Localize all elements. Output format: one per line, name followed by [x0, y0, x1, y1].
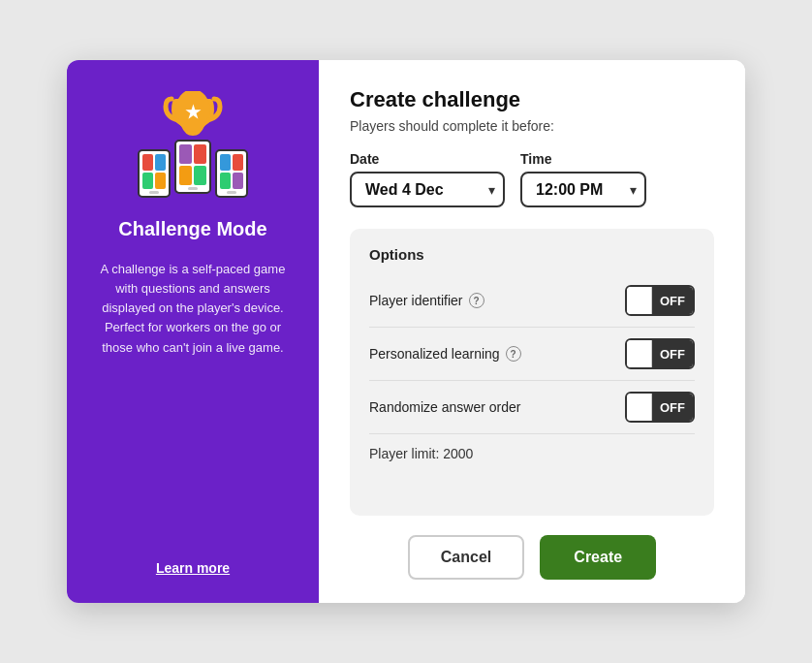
player-identifier-toggle[interactable]: OFF: [625, 285, 695, 316]
create-button[interactable]: Create: [540, 535, 656, 580]
personalized-learning-toggle[interactable]: OFF: [625, 338, 695, 369]
options-section: Options Player identifier ? OFF Personal…: [350, 229, 714, 516]
phone-left: [138, 149, 171, 198]
illustration: ★: [130, 91, 256, 198]
randomize-answer-label: Randomize answer order: [369, 399, 520, 415]
challenge-mode-title: Challenge Mode: [118, 217, 266, 240]
toggle-thumb: [627, 287, 652, 314]
learn-more-button[interactable]: Learn more: [156, 560, 230, 576]
left-content: ★: [90, 91, 296, 358]
date-field-group: Date Wed 4 Dec Thu 5 Dec Fri 6 Dec Sat 7…: [350, 151, 505, 207]
toggle-thumb: [627, 394, 652, 421]
svg-text:★: ★: [185, 103, 202, 122]
personalized-learning-help-icon[interactable]: ?: [506, 346, 521, 362]
player-identifier-label: Player identifier ?: [369, 293, 484, 308]
date-select-wrapper: Wed 4 Dec Thu 5 Dec Fri 6 Dec Sat 7 Dec …: [350, 172, 505, 207]
phones-illustration: [138, 143, 248, 198]
option-row-personalized-learning: Personalized learning ? OFF: [369, 328, 695, 381]
personalized-learning-label: Personalized learning ?: [369, 346, 521, 362]
left-panel: ★: [67, 60, 319, 603]
footer: Cancel Create: [350, 516, 714, 603]
time-select[interactable]: 12:00 PM 1:00 PM 2:00 PM 3:00 PM: [520, 172, 646, 207]
time-select-wrapper: 12:00 PM 1:00 PM 2:00 PM 3:00 PM ▾: [520, 172, 646, 207]
create-challenge-modal: ★: [67, 60, 745, 603]
option-row-player-identifier: Player identifier ? OFF: [369, 274, 695, 328]
time-field-group: Time 12:00 PM 1:00 PM 2:00 PM 3:00 PM ▾: [520, 151, 646, 207]
player-limit: Player limit: 2000: [369, 434, 695, 461]
randomize-answer-toggle[interactable]: OFF: [625, 392, 695, 423]
toggle-off-label: OFF: [652, 394, 693, 421]
phone-right: [215, 149, 248, 198]
option-row-randomize-answer: Randomize answer order OFF: [369, 381, 695, 434]
panel-title: Create challenge: [350, 87, 714, 112]
options-title: Options: [369, 246, 695, 263]
phone-center: [174, 140, 211, 194]
date-time-row: Date Wed 4 Dec Thu 5 Dec Fri 6 Dec Sat 7…: [350, 151, 714, 207]
date-select[interactable]: Wed 4 Dec Thu 5 Dec Fri 6 Dec Sat 7 Dec: [350, 172, 505, 207]
toggle-off-label: OFF: [652, 287, 693, 314]
toggle-off-label: OFF: [652, 340, 693, 367]
subtitle: Players should complete it before:: [350, 118, 714, 134]
date-label: Date: [350, 151, 505, 167]
challenge-mode-description: A challenge is a self-paced game with qu…: [90, 260, 296, 358]
right-panel: Create challenge Players should complete…: [319, 60, 745, 603]
player-identifier-help-icon[interactable]: ?: [469, 293, 484, 308]
time-label: Time: [520, 151, 646, 167]
cancel-button[interactable]: Cancel: [408, 535, 524, 580]
toggle-thumb: [627, 340, 652, 367]
